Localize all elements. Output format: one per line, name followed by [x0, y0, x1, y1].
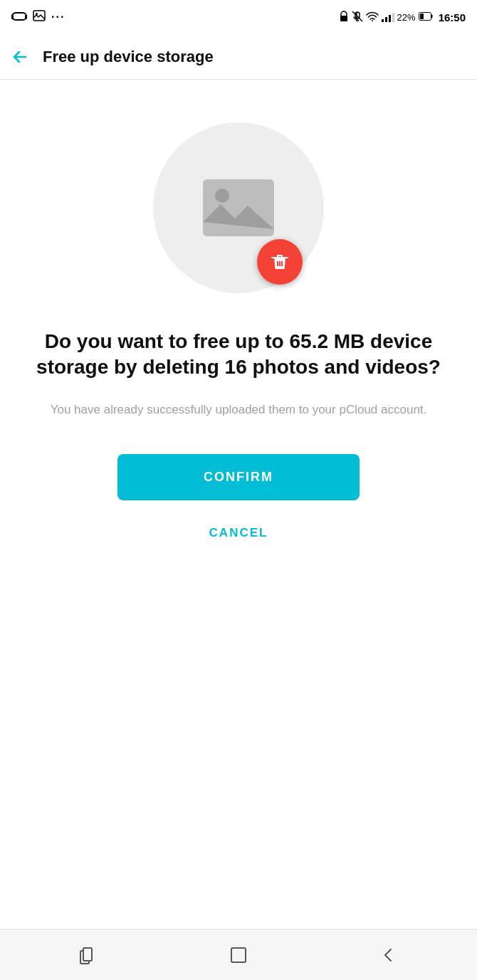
- svg-rect-1: [11, 15, 14, 19]
- lock-icon: [339, 11, 349, 24]
- signal-icon: [382, 12, 394, 22]
- photo-placeholder-icon: [199, 176, 278, 240]
- svg-rect-2: [25, 15, 27, 19]
- cancel-button[interactable]: CANCEL: [198, 515, 280, 552]
- svg-point-12: [215, 189, 229, 203]
- svg-rect-0: [12, 13, 26, 20]
- more-icon: ···: [51, 11, 65, 23]
- question-text: Do you want to free up to 65.2 MB device…: [28, 329, 449, 381]
- page-title: Free up device storage: [43, 48, 214, 66]
- svg-rect-10: [420, 14, 424, 19]
- svg-rect-5: [340, 16, 347, 21]
- status-bar: ···: [0, 0, 477, 34]
- illustration-wrapper: [153, 122, 324, 293]
- back-button[interactable]: [11, 48, 28, 65]
- svg-rect-9: [431, 15, 432, 19]
- nav-home-button[interactable]: [217, 934, 260, 976]
- bottom-nav: [0, 929, 477, 980]
- headset-icon: [11, 10, 27, 24]
- status-bar-left: ···: [11, 10, 65, 24]
- svg-point-7: [372, 20, 373, 21]
- nav-back-button[interactable]: [367, 934, 409, 976]
- time-display: 16:50: [439, 11, 466, 23]
- image-icon: [33, 10, 46, 24]
- main-content: Do you want to free up to 65.2 MB device…: [0, 80, 477, 929]
- confirm-button[interactable]: CONFIRM: [117, 454, 360, 500]
- trash-icon: [268, 251, 291, 273]
- wifi-icon: [366, 11, 379, 23]
- nav-recents-button[interactable]: [68, 934, 110, 976]
- status-bar-right: 22% 16:50: [339, 11, 466, 24]
- subtitle-text: You have already successfully uploaded t…: [51, 401, 427, 419]
- trash-badge: [257, 239, 303, 285]
- mute-icon: [352, 11, 363, 24]
- battery-icon: [419, 11, 433, 23]
- svg-rect-18: [231, 948, 246, 962]
- svg-rect-17: [83, 948, 92, 961]
- battery-percent: 22%: [397, 12, 416, 23]
- app-bar: Free up device storage: [0, 34, 477, 80]
